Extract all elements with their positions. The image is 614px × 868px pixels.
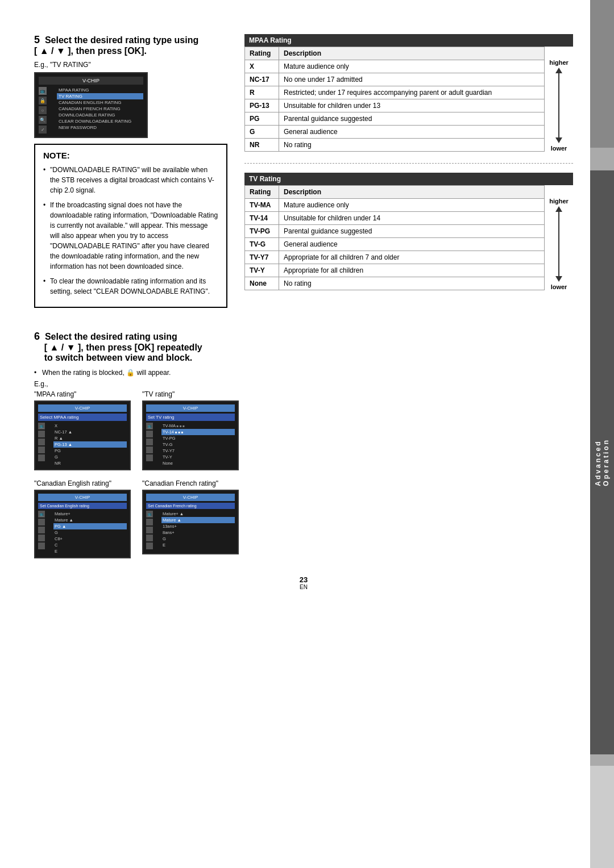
mpaa-arrow-container: higher lower bbox=[545, 59, 573, 152]
right-tab-upper bbox=[590, 0, 614, 148]
can-fr-label: "Canadian French rating" bbox=[142, 479, 218, 487]
list-g-ca: G bbox=[53, 529, 127, 536]
note-item-2: If the broadcasting signal does not have… bbox=[43, 200, 218, 272]
tv-arrow-down bbox=[555, 276, 562, 282]
table-row: R Restricted; under 17 requires accompan… bbox=[245, 86, 545, 99]
screen-mockup-step5: V-CHIP 📺 🔒 ○ bbox=[34, 72, 148, 138]
icon-row-2: 🔒 bbox=[39, 97, 55, 105]
tv-table: Rating Description TV-MA Mature audience… bbox=[244, 185, 545, 290]
table-row: TV-Y7 Appropriate for all children 7 and… bbox=[245, 251, 545, 264]
menu-item-6: NEW PASSWORD bbox=[57, 124, 143, 131]
tv-col-description: Description bbox=[279, 186, 545, 199]
mpaa-arrow-down bbox=[555, 137, 562, 143]
mpaa-lower-label: lower bbox=[551, 145, 567, 152]
mpaa-higher-label: higher bbox=[549, 59, 569, 66]
mpaa-arrow-up bbox=[555, 68, 562, 73]
step5-right: MPAA Rating Rating Description bbox=[244, 34, 573, 319]
tv-header: TV Rating bbox=[244, 173, 573, 185]
menu-item-1: TV RATING bbox=[57, 93, 143, 99]
tv-arrow bbox=[555, 206, 562, 282]
mpaa-arrow bbox=[555, 68, 562, 143]
desc-tvpg: Parental guidance suggested bbox=[279, 225, 545, 238]
list-tvma: TV-MA ■ ■ ■ bbox=[161, 423, 235, 429]
table-row: X Mature audience only bbox=[245, 60, 545, 73]
desc-g: General audience bbox=[279, 126, 545, 139]
icon-s4 bbox=[38, 446, 45, 453]
right-tab-label: AdvancedOperation bbox=[594, 439, 610, 486]
step5-number: 5 bbox=[34, 34, 40, 45]
desc-pg: Parental guidance suggested bbox=[279, 112, 545, 126]
tv-arrow-up bbox=[555, 206, 562, 212]
screen-menu: MPAA RATING TV RATING CANADIAN ENGLISH R… bbox=[57, 87, 143, 133]
desc-tvy: Appropriate for all children bbox=[279, 264, 545, 277]
icon-ce1: 📺 bbox=[38, 511, 45, 518]
rating-r: R bbox=[245, 86, 279, 99]
step5-heading: 5 Select the desired rating type using[ … bbox=[34, 34, 227, 56]
mpaa-screen-subtitle: Select MPAA rating bbox=[38, 414, 127, 421]
can-fr-icons: 📺 bbox=[146, 511, 160, 550]
table-row: PG Parental guidance suggested bbox=[245, 112, 545, 126]
desc-tvy7: Appropriate for all children 7 and older bbox=[279, 251, 545, 264]
list-r: R ▲ bbox=[53, 435, 127, 441]
note-list: "DOWNLOADABLE RATING" will be available … bbox=[43, 165, 218, 297]
mpaa-small-screen: V-CHIP Select MPAA rating 📺 X bbox=[34, 400, 131, 470]
rating-x: X bbox=[245, 60, 279, 73]
list-fr-mature-plus: Mature+ ▲ bbox=[161, 511, 235, 517]
table-row: TV-14 Unsuitable for children under 14 bbox=[245, 212, 545, 225]
table-row: PG-13 Unsuitable for children under 13 bbox=[245, 99, 545, 112]
step5-title: Select the desired rating type using[ ▲ … bbox=[34, 35, 198, 56]
rating-tvy7: TV-Y7 bbox=[245, 251, 279, 264]
icon-row-5: ✓ bbox=[39, 126, 55, 133]
tv-arrow-shaft bbox=[558, 212, 559, 276]
desc-x: Mature audience only bbox=[279, 60, 545, 73]
step6-bullet: When the rating is blocked, 🔒 will appea… bbox=[34, 369, 573, 377]
mpaa-screen-title: V-CHIP bbox=[38, 404, 127, 412]
icon-s3 bbox=[38, 439, 45, 445]
tv-arrow-container: higher lower bbox=[545, 198, 573, 290]
can-eng-title: V-CHIP bbox=[38, 494, 127, 501]
rating-tvg: TV-G bbox=[245, 238, 279, 251]
list-x: X bbox=[53, 423, 127, 429]
list-mature: Mature ▲ bbox=[53, 517, 127, 523]
icon-2: 🔒 bbox=[39, 97, 47, 105]
desc-tvma: Mature audience only bbox=[279, 199, 545, 212]
page-sub: EN bbox=[34, 584, 573, 590]
list-pg13: PG-13 ▲ bbox=[53, 441, 127, 448]
mpaa-col-rating: Rating bbox=[245, 47, 279, 60]
mpaa-rating-section: MPAA Rating Rating Description bbox=[244, 34, 573, 152]
tv-lower-label: lower bbox=[551, 283, 567, 290]
table-row: TV-Y Appropriate for all children bbox=[245, 264, 545, 277]
list-fr-mature: Mature ▲ bbox=[161, 517, 235, 523]
icon-ce4 bbox=[38, 535, 45, 541]
table-row: None No rating bbox=[245, 277, 545, 290]
table-row: TV-MA Mature audience only bbox=[245, 199, 545, 212]
note-item-3: To clear the downloadable rating informa… bbox=[43, 276, 218, 297]
tv-header-row: Rating Description bbox=[245, 186, 545, 199]
icon-row-3: ○ bbox=[39, 106, 55, 114]
page-number: 23 bbox=[34, 575, 573, 584]
screen-inner: 📺 🔒 ○ 🔍 ✓ bbox=[39, 87, 143, 133]
icon-tv2 bbox=[146, 431, 153, 437]
icon-s2 bbox=[38, 431, 45, 437]
mpaa-table: Rating Description X Mature audience onl… bbox=[244, 47, 545, 152]
rating-pg: PG bbox=[245, 112, 279, 126]
rating-tv14: TV-14 bbox=[245, 212, 279, 225]
icon-cf2 bbox=[146, 519, 153, 525]
step6-section: 6 Select the desired rating using [ ▲ / … bbox=[34, 331, 573, 558]
can-fr-screenshot-block: "Canadian French rating" V-CHIP Set Cana… bbox=[142, 479, 239, 558]
rating-none: None bbox=[245, 277, 279, 290]
tv-screen-list: TV-MA ■ ■ ■ TV-14 ■ ■ ■ TV-PG TV-G TV-Y7… bbox=[161, 423, 235, 466]
rating-tvy: TV-Y bbox=[245, 264, 279, 277]
list-e: E bbox=[53, 548, 127, 554]
list-c8: C8+ bbox=[53, 536, 127, 542]
rating-tvma: TV-MA bbox=[245, 199, 279, 212]
page-container: 5 Select the desired rating type using[ … bbox=[0, 0, 614, 868]
tv-screen-inner: 📺 TV-MA ■ ■ ■ TV-14 ■ ■ ■ TV-PG TV-G bbox=[146, 423, 235, 466]
right-tab-middle: AdvancedOperation bbox=[590, 170, 614, 754]
step6-title: Select the desired rating using [ ▲ / ▼ … bbox=[34, 332, 202, 362]
screenshots-row-2: "Canadian English rating" V-CHIP Set Can… bbox=[34, 479, 573, 558]
can-eng-list: Mature+ Mature ▲ PG ▲ G C8+ C E bbox=[53, 511, 127, 554]
can-fr-list: Mature+ ▲ Mature ▲ 13ans+ 8ans+ G E bbox=[161, 511, 235, 550]
list-tvy2: TV-Y bbox=[161, 454, 235, 460]
icon-tv1: 📺 bbox=[146, 423, 153, 429]
